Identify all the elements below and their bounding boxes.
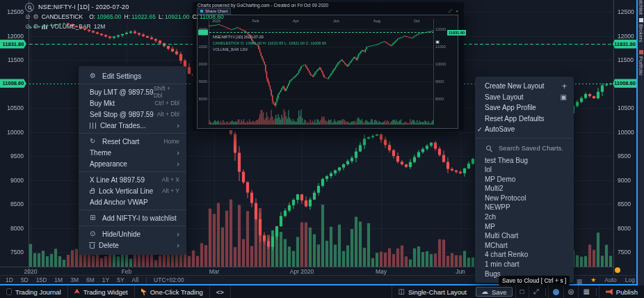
share-icon[interactable] [465, 130, 472, 137]
snapshot-button[interactable] [548, 285, 563, 298]
sidebar-tab-portfolio[interactable]: Portfolio [638, 50, 644, 76]
menu-item-label: Buy LMT @ 9897.59 [90, 88, 154, 96]
fullscreen-button[interactable] [529, 285, 543, 298]
gear-icon[interactable]: ⚙ [33, 14, 39, 20]
timeframe-button[interactable]: 3M [70, 276, 79, 283]
share-icon[interactable] [465, 63, 472, 70]
context-menu-item[interactable]: Clear Trades... › [79, 120, 186, 131]
price-tick-label: 10500 [7, 104, 24, 111]
auto-scale-button[interactable]: Auto [604, 276, 617, 283]
context-menu-item[interactable]: Appearance › [79, 158, 186, 169]
open-value: 10965.00 [97, 13, 121, 20]
context-menu-item[interactable]: Edit Settings [79, 70, 186, 81]
price-tick-label: 9000 [10, 177, 24, 184]
star-icon[interactable] [590, 276, 596, 283]
share-icon[interactable] [465, 72, 472, 80]
context-menu-item[interactable]: Reset Chart Home [79, 136, 186, 147]
context-menu-item[interactable]: Lock Vertical Line Alt + Y [79, 185, 186, 196]
timeframe-button[interactable]: All [132, 276, 138, 283]
saved-chart-item[interactable]: Multi Chart [475, 231, 574, 241]
saved-chart-item[interactable]: NEWPP [475, 203, 574, 212]
share-icon[interactable] [465, 101, 472, 109]
share-icon[interactable] [465, 35, 472, 42]
gear-icon[interactable]: ⚙ [33, 24, 39, 30]
layout-menu-item[interactable]: Reset App Defaults [475, 113, 574, 125]
context-menu-item[interactable]: Hide/Unhide › [79, 228, 186, 240]
symbol-search-icon[interactable] [25, 3, 34, 12]
saved-chart-item[interactable]: 4 chart Renko [475, 250, 574, 260]
bottom-bar-button[interactable]: <> [210, 285, 231, 298]
layout-menu-item[interactable]: Save App Profile [475, 102, 574, 113]
eye-slash-icon[interactable]: ⊘ [25, 14, 31, 20]
saved-chart-item[interactable]: MP [475, 222, 574, 232]
log-scale-button[interactable]: Log [625, 276, 635, 283]
sidebar-tab-brokers[interactable]: Brokers [638, 18, 644, 42]
context-menu-item[interactable]: Buy LMT @ 9897.59 Shift + Dbl [79, 86, 186, 97]
mini-chart-ohlc: CANDLESTICK O: 10965.00 H: 11022.65 L: 1… [213, 41, 326, 45]
context-menu-item[interactable]: Delete › [79, 240, 186, 251]
menu-item-icon [90, 72, 98, 79]
saved-chart-item[interactable]: 1 min chart [475, 260, 574, 269]
price-tick-label: 8000 [10, 225, 24, 232]
sidebar-tab-watchlist[interactable]: Watchlist [638, 0, 644, 15]
mini-chart-title: NSE:NIFTY-I [1D] 2020-07-20 [213, 35, 264, 39]
context-menu-item[interactable]: Add NIFTY-I to watchlist [79, 212, 186, 224]
crosshair-button[interactable] [563, 285, 579, 298]
single-chart-layout-button[interactable]: Single-Chart Layout [392, 285, 473, 298]
mini-alert-badge: 11831.80 [447, 30, 466, 36]
chart-context-menu: Edit Settings Buy LMT @ 9897.59 Shift + … [79, 66, 186, 255]
layout-menu-item[interactable]: Save Layout [475, 92, 574, 103]
context-menu-item[interactable]: Buy Mkt Ctrl + Dbl [79, 97, 186, 109]
context-menu-item[interactable]: Add Anchor VWAP [79, 196, 186, 207]
symbol-title[interactable]: NSE:NIFTY-I [1D] - 2020-07-20 [38, 3, 129, 10]
low-value: 10921.00 [165, 13, 189, 20]
timeframe-button[interactable]: 1D [6, 276, 13, 283]
menu-item-shortcut: Alt + Dbl [157, 111, 179, 118]
timeframe-button[interactable]: 1M [54, 276, 63, 283]
share-icon[interactable] [465, 110, 472, 118]
share-icon[interactable] [465, 54, 472, 61]
exchange-button[interactable] [578, 285, 593, 298]
button-label: Save [492, 288, 507, 296]
button-label: One-Click Trading [150, 288, 203, 296]
timeframe-button[interactable]: 1Y [102, 276, 109, 283]
context-menu-item[interactable]: Theme › [79, 147, 186, 158]
camera-icon[interactable] [435, 39, 440, 44]
high-label: H: [124, 13, 131, 20]
saved-chart-item[interactable]: New Protocol [475, 194, 574, 203]
layout-menu-item[interactable]: Create New Layout [475, 81, 574, 92]
saved-chart-item[interactable]: MChart [475, 241, 574, 251]
selection-tool-button[interactable] [515, 285, 529, 298]
price-tick-label: 12500 [7, 8, 24, 15]
timeframe-button[interactable]: 5Y [117, 276, 124, 283]
bottom-bar-button[interactable]: Trading Journal [0, 285, 68, 298]
layout-menu-item-label: Reset App Defaults [485, 115, 545, 123]
publish-button[interactable]: Publish [599, 285, 644, 298]
timezone-button[interactable]: UTC+02:00 [154, 276, 184, 283]
bottom-bar-button[interactable]: One-Click Trading [135, 285, 210, 298]
context-menu-item[interactable]: X Line At 9897.59 Alt + X [79, 174, 186, 185]
menu-item-icon [90, 214, 98, 221]
menu-item-label: Hide/Unhide [102, 230, 140, 238]
layout-menu-item[interactable]: AutoSave [475, 124, 574, 135]
share-icon[interactable] [465, 82, 472, 90]
saved-chart-item[interactable]: lol [475, 165, 574, 175]
context-menu-item[interactable]: Sell Stop @ 9897.59 Alt + Dbl [79, 109, 186, 120]
popup-window-icons[interactable]: ⤢ × [449, 9, 460, 14]
share-icon[interactable] [465, 44, 472, 52]
share-icon[interactable] [465, 120, 472, 127]
bottom-bar-button[interactable]: Trading Widget [68, 285, 135, 298]
share-icon[interactable] [465, 25, 472, 33]
timeframe-button[interactable]: 5D [21, 276, 29, 283]
saved-chart-item[interactable]: Multi2 [475, 184, 574, 194]
saved-chart-item[interactable]: test Thea Bug [475, 156, 574, 166]
timeframe-button[interactable]: 6M [86, 276, 95, 283]
saved-chart-item[interactable]: 2ch [475, 212, 574, 222]
search-input[interactable] [497, 143, 567, 152]
share-icon[interactable] [465, 91, 472, 99]
eye-slash-icon[interactable]: ⊘ [25, 24, 31, 30]
save-button[interactable]: Save [476, 287, 513, 297]
timeframe-button[interactable]: 15D [36, 276, 47, 283]
saved-chart-item[interactable]: MP Demo [475, 175, 574, 185]
volume-bars-icon [42, 24, 48, 29]
